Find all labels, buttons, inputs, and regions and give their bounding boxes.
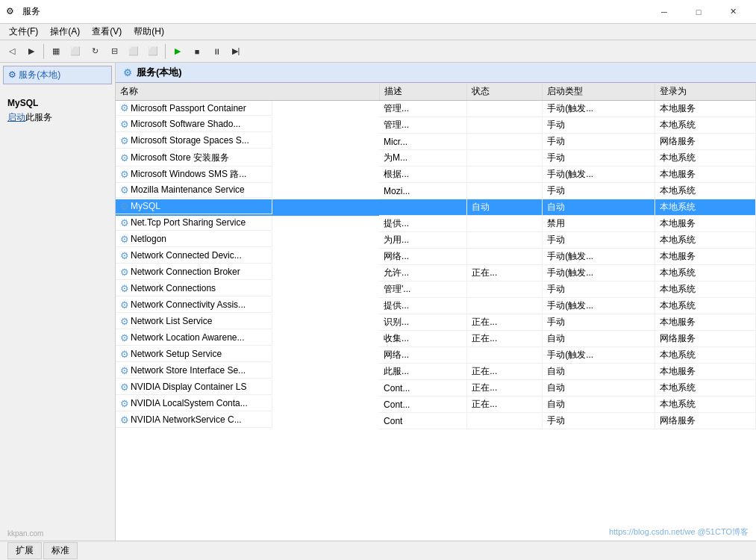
- service-name-cell: ⚙Network Location Awarene...: [116, 331, 272, 346]
- service-login-cell: 本地系统: [655, 380, 756, 396]
- back-button[interactable]: ◁: [3, 43, 21, 60]
- minimize-button[interactable]: ─: [647, 0, 681, 24]
- service-login-cell: 网络服务: [655, 134, 756, 150]
- service-startup-cell: 自动: [543, 380, 655, 396]
- col-header-status[interactable]: 状态: [467, 83, 543, 101]
- service-name-cell: ⚙Network Connection Broker: [116, 265, 272, 280]
- restart-button[interactable]: ▶|: [227, 43, 245, 60]
- service-name-cell: ⚙Microsoft Store 安装服务: [116, 150, 272, 167]
- forward-button[interactable]: ▶: [22, 43, 40, 60]
- service-name-cell: ⚙Netlogon: [116, 232, 272, 247]
- service-status-cell: [467, 216, 543, 232]
- service-name-cell: ⚙Microsoft Windows SMS 路...: [116, 167, 272, 183]
- table-row[interactable]: ⚙Microsoft Store 安装服务为M...手动本地系统: [116, 150, 756, 167]
- properties-button-1[interactable]: ⬜: [125, 43, 143, 60]
- service-login-cell: 网络服务: [655, 331, 756, 347]
- table-row[interactable]: ⚙NVIDIA NetworkService C...Cont手动网络服务: [116, 413, 756, 429]
- service-name-text: Net.Tcp Port Sharing Service: [131, 217, 246, 228]
- app-icon: ⚙: [6, 6, 18, 18]
- table-row[interactable]: ⚙Network Setup Service网络...手动(触发...本地系统: [116, 347, 756, 364]
- table-row[interactable]: ⚙Microsoft Windows SMS 路...根据...手动(触发...…: [116, 167, 756, 183]
- service-name-cell: ⚙Network Connections: [116, 281, 272, 296]
- service-status-cell: [467, 281, 543, 298]
- service-status-cell: [467, 183, 543, 199]
- table-row[interactable]: ⚙Network List Service识别...正在...手动本地服务: [116, 314, 756, 331]
- table-row[interactable]: ⚙MySQL自动自动本地系统: [116, 199, 756, 216]
- tab-extended[interactable]: 扩展: [7, 542, 42, 559]
- service-gear-icon: ⚙: [120, 169, 129, 180]
- service-login-cell: 本地系统: [655, 347, 756, 364]
- col-header-desc[interactable]: 描述: [379, 83, 467, 101]
- service-name-text: Microsoft Passport Container: [131, 103, 246, 113]
- play-button[interactable]: ▶: [169, 43, 187, 60]
- col-header-login[interactable]: 登录为: [655, 83, 756, 101]
- refresh-button[interactable]: ↻: [86, 43, 104, 60]
- service-desc-cell: 收集...: [379, 331, 467, 347]
- table-row[interactable]: ⚙Network Connected Devic...网络...手动(触发...…: [116, 249, 756, 265]
- service-desc-cell: 为用...: [379, 232, 467, 249]
- service-gear-icon: ⚙: [120, 119, 129, 130]
- service-startup-cell: 手动(触发...: [543, 101, 655, 117]
- service-name-text: Microsoft Windows SMS 路...: [131, 168, 246, 181]
- service-login-cell: 本地系统: [655, 281, 756, 298]
- service-desc-cell: 管理...: [379, 117, 467, 134]
- service-status-cell: [467, 347, 543, 364]
- service-login-cell: 本地系统: [655, 396, 756, 413]
- table-row[interactable]: ⚙Network Connections管理'...手动本地系统: [116, 281, 756, 298]
- show-hide-button[interactable]: ▦: [47, 43, 65, 60]
- table-row[interactable]: ⚙NVIDIA Display Container LSCont...正在...…: [116, 380, 756, 396]
- service-gear-icon: ⚙: [120, 184, 129, 196]
- table-row[interactable]: ⚙Network Location Awarene...收集...正在...自动…: [116, 331, 756, 347]
- table-row[interactable]: ⚙Microsoft Software Shado...管理...手动本地系统: [116, 117, 756, 134]
- table-row[interactable]: ⚙Network Connectivity Assis...提供...手动(触发…: [116, 298, 756, 314]
- properties-button-2[interactable]: ⬜: [144, 43, 162, 60]
- stop-button[interactable]: ■: [188, 43, 206, 60]
- table-row[interactable]: ⚙Microsoft Storage Spaces S...Micr...手动网…: [116, 134, 756, 150]
- service-name-text: Network Setup Service: [131, 349, 222, 359]
- table-row[interactable]: ⚙NVIDIA LocalSystem Conta...Cont...正在...…: [116, 396, 756, 413]
- sidebar-item-local-services[interactable]: ⚙ 服务(本地): [3, 66, 112, 84]
- toolbar: ◁ ▶ ▦ ⬜ ↻ ⊟ ⬜ ⬜ ▶ ■ ⏸ ▶|: [0, 40, 756, 63]
- close-button[interactable]: ✕: [716, 0, 750, 24]
- export-list-button[interactable]: ⊟: [105, 43, 123, 60]
- service-gear-icon: ⚙: [120, 349, 129, 360]
- service-name-cell: ⚙MySQL: [116, 199, 272, 214]
- service-startup-cell: 手动: [543, 314, 655, 331]
- menu-item[interactable]: 操作(A): [44, 24, 86, 40]
- table-row[interactable]: ⚙Mozilla Maintenance ServiceMozi...手动本地系…: [116, 183, 756, 199]
- service-startup-cell: 自动: [543, 331, 655, 347]
- table-row[interactable]: ⚙Netlogon为用...手动本地系统: [116, 232, 756, 249]
- service-name-cell: ⚙Network Setup Service: [116, 347, 272, 362]
- service-desc-cell: Cont...: [379, 396, 467, 413]
- table-row[interactable]: ⚙Network Store Interface Se...此服...正在...…: [116, 364, 756, 380]
- table-row[interactable]: ⚙Network Connection Broker允许...正在...手动(触…: [116, 265, 756, 281]
- table-row[interactable]: ⚙Net.Tcp Port Sharing Service提供...禁用本地服务: [116, 216, 756, 232]
- col-header-startup[interactable]: 启动类型: [543, 83, 655, 101]
- col-header-name[interactable]: 名称: [116, 83, 379, 101]
- service-desc-cell: 提供...: [379, 298, 467, 314]
- table-header: 名称 描述 状态 启动类型 登录为: [116, 83, 756, 101]
- table-row[interactable]: ⚙Microsoft Passport Container管理...手动(触发.…: [116, 101, 756, 117]
- pause-button[interactable]: ⏸: [207, 43, 225, 60]
- tab-standard[interactable]: 标准: [43, 542, 78, 559]
- service-name-cell: ⚙Microsoft Storage Spaces S...: [116, 134, 272, 149]
- service-status-cell: [467, 150, 543, 167]
- menu-item[interactable]: 查看(V): [86, 24, 128, 40]
- panel-header: ⚙ 服务(本地): [116, 63, 756, 83]
- service-startup-cell: 手动(触发...: [543, 298, 655, 314]
- services-table[interactable]: 名称 描述 状态 启动类型 登录为 ⚙Microsoft Passport Co…: [116, 83, 756, 541]
- service-status-cell: 正在...: [467, 331, 543, 347]
- service-name-text: Microsoft Storage Spaces S...: [131, 135, 249, 146]
- toolbar-separator-1: [43, 44, 44, 59]
- service-gear-icon: ⚙: [120, 234, 129, 245]
- menu-item[interactable]: 帮助(H): [128, 24, 170, 40]
- service-name-text: Network Connectivity Assis...: [131, 299, 246, 310]
- service-name-text: Microsoft Software Shado...: [131, 119, 240, 129]
- menu-item[interactable]: 文件(F): [3, 24, 44, 40]
- maximize-button[interactable]: □: [681, 0, 716, 24]
- copy-button[interactable]: ⬜: [66, 43, 84, 60]
- service-desc-cell: Micr...: [379, 134, 467, 150]
- start-service-link[interactable]: 启动: [7, 112, 25, 122]
- service-login-cell: 本地系统: [655, 298, 756, 314]
- sidebar-gear-icon: ⚙: [8, 69, 19, 80]
